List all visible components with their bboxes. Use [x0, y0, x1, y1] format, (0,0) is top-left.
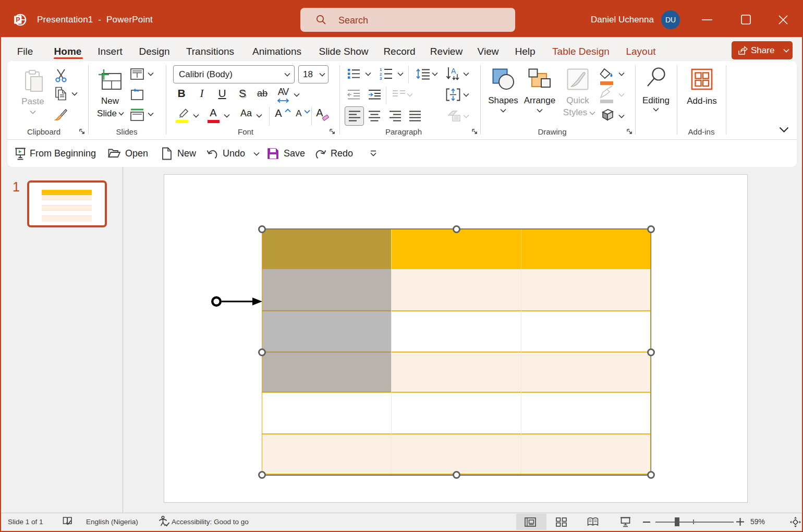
svg-text:A: A — [451, 67, 456, 75]
svg-text:3: 3 — [380, 76, 382, 81]
svg-text:P: P — [16, 16, 20, 23]
